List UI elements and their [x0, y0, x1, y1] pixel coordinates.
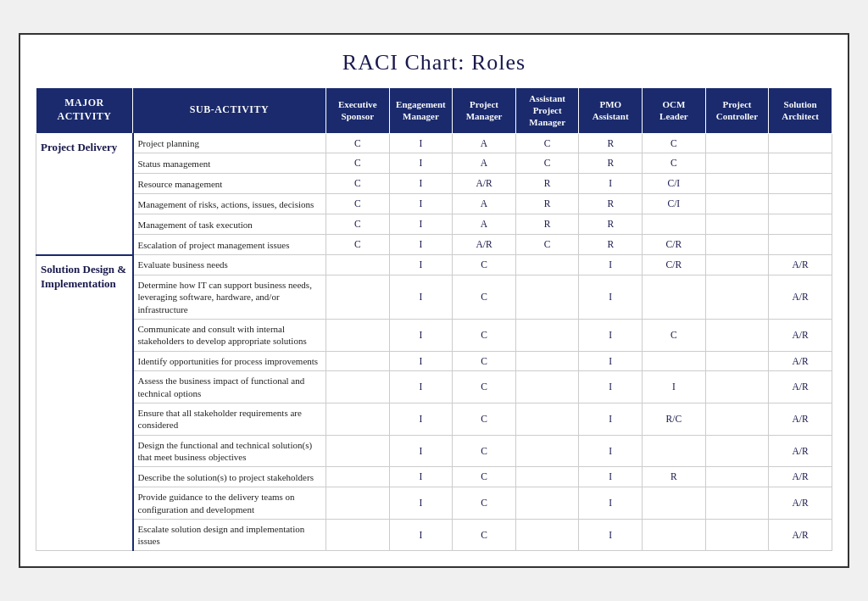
col-role-7: SolutionArchitect [769, 87, 832, 133]
raci-value-cell [705, 235, 769, 255]
raci-value-cell: I [389, 275, 453, 320]
raci-value-cell [705, 467, 769, 487]
raci-value-cell: C [515, 235, 579, 255]
raci-value-cell [705, 153, 769, 174]
raci-value-cell: C [515, 133, 579, 153]
raci-value-cell [515, 371, 579, 403]
major-activity-cell: Project Delivery [36, 133, 133, 255]
raci-value-cell [326, 371, 390, 403]
sub-activity-cell: Determine how IT can support business ne… [133, 275, 326, 320]
raci-value-cell: I [389, 319, 453, 351]
sub-activity-cell: Escalate solution design and implementat… [133, 519, 326, 551]
raci-value-cell [326, 351, 390, 371]
raci-value-cell: C [453, 435, 516, 467]
raci-value-cell: A/R [769, 319, 832, 351]
raci-value-cell: I [579, 371, 643, 403]
raci-value-cell: I [579, 275, 643, 320]
raci-value-cell: C/R [643, 235, 706, 255]
raci-value-cell: C/I [643, 174, 706, 194]
sub-activity-cell: Resource management [133, 174, 326, 194]
sub-activity-cell: Escalation of project management issues [133, 235, 326, 255]
raci-value-cell: I [389, 214, 453, 235]
col-role-0: ExecutiveSponsor [326, 87, 390, 133]
raci-table: MAJORACTIVITY SUB-ACTIVITY ExecutiveSpon… [36, 87, 832, 552]
table-row: Describe the solution(s) to project stak… [36, 467, 832, 487]
raci-value-cell [643, 487, 706, 520]
raci-value-cell: A [453, 133, 516, 153]
table-row: Solution Design &ImplementationEvaluate … [36, 255, 832, 275]
raci-value-cell [705, 133, 769, 153]
raci-value-cell: A/R [769, 255, 832, 275]
raci-value-cell: C [643, 153, 706, 174]
raci-value-cell: I [389, 435, 453, 467]
raci-value-cell: I [579, 467, 643, 487]
raci-value-cell: C/I [643, 194, 706, 214]
raci-value-cell [326, 255, 390, 275]
raci-value-cell [769, 214, 832, 235]
raci-value-cell: I [579, 487, 643, 520]
raci-value-cell: I [389, 467, 453, 487]
raci-value-cell: I [389, 519, 453, 551]
sub-activity-cell: Status management [133, 153, 326, 174]
raci-value-cell: C [326, 194, 390, 214]
sub-activity-cell: Communicate and consult with internal st… [133, 319, 326, 351]
raci-value-cell: A/R [769, 371, 832, 403]
raci-value-cell: I [389, 153, 453, 174]
raci-value-cell: A [453, 153, 516, 174]
table-row: Resource managementCIA/RRIC/I [36, 174, 832, 194]
sub-activity-cell: Evaluate business needs [133, 255, 326, 275]
raci-value-cell: C [326, 153, 390, 174]
col-role-3: AssistantProjectManager [515, 87, 579, 133]
raci-value-cell: C [453, 487, 516, 520]
raci-value-cell [769, 174, 832, 194]
raci-value-cell: R [579, 214, 643, 235]
col-role-4: PMOAssistant [579, 87, 643, 133]
raci-value-cell: C [453, 519, 516, 551]
raci-value-cell: A/R [769, 351, 832, 371]
raci-value-cell [705, 174, 769, 194]
page-title: RACI Chart: Roles [36, 50, 832, 75]
raci-value-cell: I [579, 435, 643, 467]
raci-value-cell [643, 351, 706, 371]
raci-value-cell [705, 519, 769, 551]
raci-value-cell [326, 519, 390, 551]
raci-value-cell [705, 255, 769, 275]
raci-chart-card: RACI Chart: Roles MAJORACTIVITY SUB-ACTI… [19, 33, 849, 569]
sub-activity-cell: Identify opportunities for process impro… [133, 351, 326, 371]
raci-value-cell: R [643, 467, 706, 487]
raci-value-cell: I [579, 351, 643, 371]
raci-value-cell [515, 275, 579, 320]
raci-value-cell: A [453, 194, 516, 214]
raci-value-cell: A/R [769, 467, 832, 487]
raci-value-cell: I [389, 487, 453, 520]
raci-value-cell [705, 487, 769, 520]
raci-value-cell: I [389, 133, 453, 153]
raci-value-cell: R [515, 214, 579, 235]
raci-value-cell: R [579, 153, 643, 174]
table-row: Project DeliveryProject planningCIACRC [36, 133, 832, 153]
raci-value-cell: C [643, 133, 706, 153]
table-row: Ensure that all stakeholder requirements… [36, 403, 832, 436]
raci-value-cell: I [389, 174, 453, 194]
raci-value-cell [643, 275, 706, 320]
raci-value-cell: C [326, 174, 390, 194]
raci-value-cell: C [453, 403, 516, 436]
raci-value-cell: C [515, 153, 579, 174]
raci-value-cell [705, 275, 769, 320]
sub-activity-cell: Ensure that all stakeholder requirements… [133, 403, 326, 436]
raci-value-cell [326, 467, 390, 487]
raci-value-cell [705, 435, 769, 467]
raci-value-cell: I [389, 235, 453, 255]
raci-value-cell [515, 519, 579, 551]
raci-value-cell: C [453, 467, 516, 487]
col-sub-header: SUB-ACTIVITY [133, 87, 326, 133]
raci-value-cell [515, 403, 579, 436]
sub-activity-cell: Project planning [133, 133, 326, 153]
raci-value-cell [515, 351, 579, 371]
table-row: Management of risks, actions, issues, de… [36, 194, 832, 214]
raci-value-cell [326, 487, 390, 520]
raci-value-cell: I [389, 371, 453, 403]
raci-value-cell: A/R [769, 487, 832, 520]
col-role-2: ProjectManager [453, 87, 516, 133]
raci-value-cell [769, 235, 832, 255]
